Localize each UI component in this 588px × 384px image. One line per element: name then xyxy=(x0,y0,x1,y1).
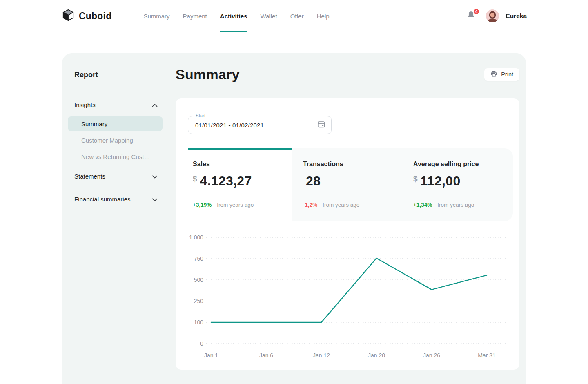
stat-tabs: Sales $ 4.123,27 +3,19% from years ago T… xyxy=(188,148,513,221)
user-name[interactable]: Eureka xyxy=(506,12,527,20)
calendar-icon[interactable] xyxy=(317,120,325,130)
chevron-up-icon xyxy=(152,101,158,108)
nav-item-offer[interactable]: Offer xyxy=(284,0,310,32)
svg-text:1.000: 1.000 xyxy=(189,234,203,241)
print-button[interactable]: Print xyxy=(484,68,519,81)
stat-tab-average-selling-price[interactable]: Average selling price $ 112,00 +1,34% fr… xyxy=(403,148,513,221)
date-range-label: Start xyxy=(194,113,207,118)
report-panel: Report Insights Summary Customer Mapping… xyxy=(62,53,526,384)
svg-text:750: 750 xyxy=(194,255,204,262)
sidebar-section-label: Insights xyxy=(74,101,96,108)
summary-content-card: Start 01/01/2021 - 01/02/2021 Sales $ 4.… xyxy=(176,98,519,370)
stat-delta: +3,19% xyxy=(193,202,212,208)
svg-text:Jan 12: Jan 12 xyxy=(313,352,330,359)
svg-text:Mar 31: Mar 31 xyxy=(478,352,496,359)
svg-text:250: 250 xyxy=(194,298,204,304)
date-range-input[interactable]: Start 01/01/2021 - 01/02/2021 xyxy=(188,116,332,134)
cube-logo-icon xyxy=(62,9,74,23)
stat-delta: +1,34% xyxy=(413,202,432,208)
stat-label: Transactions xyxy=(303,161,399,168)
report-main: Summary Print Start 01/01/2021 - 01/02/2… xyxy=(176,53,526,384)
stat-note: from years ago xyxy=(323,202,359,208)
svg-text:Jan 6: Jan 6 xyxy=(259,352,273,359)
top-navigation-bar: Cuboid Summary Payment Activities Wallet… xyxy=(0,0,588,32)
stat-tab-sales[interactable]: Sales $ 4.123,27 +3,19% from years ago xyxy=(188,148,292,221)
currency-symbol: $ xyxy=(413,174,418,183)
svg-text:100: 100 xyxy=(194,319,204,326)
stat-note: from years ago xyxy=(217,202,254,208)
nav-item-payment[interactable]: Payment xyxy=(176,0,214,32)
stat-tab-transactions[interactable]: Transactions 28 -1,2% from years ago xyxy=(292,148,403,221)
user-avatar[interactable] xyxy=(486,9,499,22)
svg-text:Jan 26: Jan 26 xyxy=(423,352,440,359)
stat-value: 112,00 xyxy=(421,174,461,189)
sidebar-section-label: Financial summaries xyxy=(74,196,131,203)
svg-text:Jan 1: Jan 1 xyxy=(204,352,218,359)
brand[interactable]: Cuboid xyxy=(62,0,111,32)
sales-line-chart: 01002505007501.000Jan 1Jan 6Jan 12Jan 20… xyxy=(188,229,507,362)
chevron-down-icon xyxy=(152,196,158,203)
notifications-button[interactable]: 4 xyxy=(466,10,477,22)
sidebar-section-statements[interactable]: Statements xyxy=(68,169,163,183)
nav-item-activities[interactable]: Activities xyxy=(214,0,254,32)
sidebar-section-financial-summaries[interactable]: Financial summaries xyxy=(68,192,163,206)
sidebar-item-customer-mapping[interactable]: Customer Mapping xyxy=(68,133,163,147)
notification-count-badge: 4 xyxy=(473,8,480,15)
stat-tabs-inactive-group: Transactions 28 -1,2% from years ago Ave… xyxy=(292,148,513,221)
chevron-down-icon xyxy=(152,173,158,180)
sidebar-section-label: Statements xyxy=(74,173,105,180)
sidebar-title: Report xyxy=(74,71,163,79)
nav-item-wallet[interactable]: Wallet xyxy=(254,0,284,32)
page-title: Summary xyxy=(176,65,240,83)
nav-item-help[interactable]: Help xyxy=(310,0,336,32)
stat-label: Average selling price xyxy=(413,161,509,168)
main-nav: Summary Payment Activities Wallet Offer … xyxy=(137,0,336,32)
svg-text:Jan 20: Jan 20 xyxy=(368,352,385,359)
print-button-label: Print xyxy=(501,71,513,78)
printer-icon xyxy=(490,70,497,78)
nav-item-summary[interactable]: Summary xyxy=(137,0,176,32)
sidebar-item-summary[interactable]: Summary xyxy=(68,116,163,131)
stat-value: 4.123,27 xyxy=(200,174,252,189)
stat-value: 28 xyxy=(306,174,321,189)
sidebar-item-new-vs-returning[interactable]: New vs Returning Cust… xyxy=(68,149,163,164)
svg-text:0: 0 xyxy=(200,340,203,347)
stat-note: from years ago xyxy=(437,202,474,208)
date-range-value: 01/01/2021 - 01/02/2021 xyxy=(195,122,317,129)
stat-delta: -1,2% xyxy=(303,202,317,208)
brand-name: Cuboid xyxy=(79,11,111,22)
header-user-area: 4 Eureka xyxy=(466,0,527,32)
sidebar-section-insights[interactable]: Insights xyxy=(68,97,163,112)
report-sidebar: Report Insights Summary Customer Mapping… xyxy=(62,53,176,384)
currency-symbol: $ xyxy=(193,174,197,183)
svg-text:500: 500 xyxy=(194,277,204,283)
stat-label: Sales xyxy=(193,161,288,168)
